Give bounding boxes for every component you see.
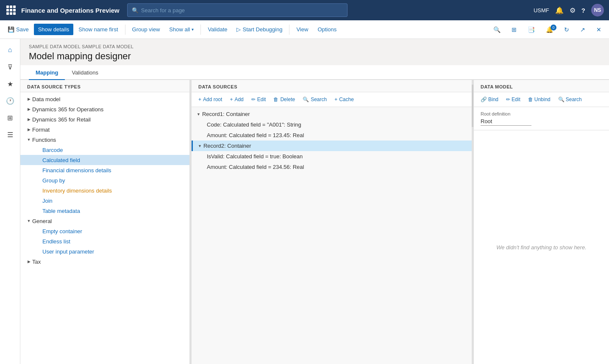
options-button[interactable]: Options [313,24,341,35]
dst-item-dynamics-ops[interactable]: ▶ Dynamics 365 for Operations [20,104,189,114]
dst-item-empty-container[interactable]: ▶ Empty container [20,226,189,236]
ds-search-button[interactable]: 🔍 Search [299,95,330,104]
dst-item-financial-dims[interactable]: ▶ Financial dimensions details [20,165,189,175]
search-icon: 🔍 [132,7,139,14]
dm-bind-button[interactable]: 🔗 Bind [477,95,502,104]
expand-general-icon: ▼ [25,218,32,224]
separator-3 [289,25,289,35]
main-toolbar: 💾 Save Show details Show name first Grou… [0,20,609,39]
dst-item-table-metadata[interactable]: ▶ Table metadata [20,206,189,216]
open-new-tab-button[interactable]: ↗ [576,24,590,36]
page-title: Model mapping designer [20,49,609,65]
show-all-button[interactable]: Show all ▾ [165,24,198,35]
bookmark-button[interactable]: 📑 [523,24,539,36]
dst-item-group-by[interactable]: ▶ Group by [20,175,189,185]
ds-label-record2: Record2: Container [203,143,251,149]
dm-search-button[interactable]: 🔍 Search [555,95,585,104]
ds-item-record2-amount[interactable]: Amount: Calculated field = 234.56: Real [192,162,472,172]
sidebar-home-icon[interactable]: ⌂ [3,42,18,58]
dm-root-definition-label: Root definition [481,111,602,116]
dm-panel: DATA MODEL 🔗 Bind ✏ Edit 🗑 Unbind [473,80,609,364]
ds-label-record2-isvalid: IsValid: Calculated field = true: Boolea… [207,153,303,160]
filter-button[interactable]: 🔍 [489,24,505,36]
dst-item-data-model[interactable]: ▶ Data model [20,94,189,104]
refresh-button[interactable]: ↻ [560,24,573,36]
show-all-chevron-icon: ▾ [192,27,194,32]
dst-panel: DATA SOURCE TYPES ▶ Data model ▶ Dynamic… [20,80,190,364]
waffle-menu-button[interactable] [5,4,17,16]
expand-dynamics-retail-icon: ▶ [25,116,32,123]
dm-empty-message: We didn't find anything to show here. [474,130,609,364]
dst-label-table-metadata: Table metadata [42,208,80,214]
dm-unbind-icon: 🗑 [528,97,533,102]
global-search-bar[interactable]: 🔍 [127,3,348,17]
ds-item-record2-isvalid[interactable]: IsValid: Calculated field = true: Boolea… [192,151,472,162]
dst-item-calculated-field[interactable]: ▶ Calculated field [20,155,189,165]
ds-edit-button[interactable]: ✏ Edit [248,95,270,104]
dst-label-tax: Tax [32,259,41,265]
dm-panel-header: DATA MODEL [474,80,609,92]
dst-label-functions: Functions [32,137,56,143]
dm-toolbar: 🔗 Bind ✏ Edit 🗑 Unbind 🔍 Search [474,92,609,107]
dst-item-format[interactable]: ▶ Format [20,124,189,135]
show-details-button[interactable]: Show details [34,24,74,35]
ds-cache-button[interactable]: + Cache [331,95,357,104]
show-name-first-button[interactable]: Show name first [74,24,122,35]
ds-cache-icon: + [334,97,337,102]
dst-item-user-input[interactable]: ▶ User input parameter [20,246,189,256]
ds-item-record1-code[interactable]: Code: Calculated field = "A001": String [192,119,472,130]
sidebar-clock-icon[interactable]: 🕐 [3,93,18,108]
ds-panel-header: DATA SOURCES [192,80,472,92]
ds-delete-button[interactable]: 🗑 Delete [270,95,298,104]
dm-unbind-button[interactable]: 🗑 Unbind [525,95,554,104]
grid-icon-button[interactable]: ⊞ [507,24,521,36]
dst-item-general[interactable]: ▼ General [20,216,189,226]
dst-item-inventory-dims[interactable]: ▶ Inventory dimensions details [20,185,189,196]
sidebar-grid-icon[interactable]: ⊞ [3,110,18,125]
dst-item-join[interactable]: ▶ Join [20,196,189,206]
dst-item-tax[interactable]: ▶ Tax [20,256,189,267]
ds-add-button[interactable]: + Add [226,95,247,104]
validate-button[interactable]: Validate [203,24,231,35]
sidebar-filter-icon[interactable]: ⊽ [3,59,18,74]
sidebar-star-icon[interactable]: ★ [3,76,18,91]
main-layout: ⌂ ⊽ ★ 🕐 ⊞ ☰ SAMPLE DATA MODEL SAMPLE DAT… [0,39,609,364]
avatar[interactable]: NS [591,4,604,17]
view-button[interactable]: View [292,24,312,35]
ds-item-record1-amount[interactable]: Amount: Calculated field = 123.45: Real [192,130,472,141]
dst-label-financial-dims: Financial dimensions details [42,167,111,174]
dst-label-data-model: Data model [32,96,60,102]
dst-label-empty-container: Empty container [42,228,82,234]
notification-icon[interactable]: 🔔 [555,6,564,14]
ds-add-root-button[interactable]: + Add root [195,95,225,104]
notification-count-badge: 0 [551,25,556,30]
ds-item-record2[interactable]: ▼ Record2: Container [192,141,472,151]
tab-validations[interactable]: Validations [65,65,105,80]
app-title: Finance and Operations Preview [21,7,120,14]
dst-item-dynamics-retail[interactable]: ▶ Dynamics 365 for Retail [20,114,189,124]
dm-search-icon: 🔍 [558,97,565,102]
dst-panel-header: DATA SOURCE TYPES [20,80,189,92]
start-debugging-button[interactable]: ▷ Start Debugging [232,24,286,35]
dst-item-functions[interactable]: ▼ Functions [20,135,189,145]
dst-label-user-input: User input parameter [42,248,94,255]
close-button[interactable]: ✕ [592,24,606,36]
global-search-input[interactable] [141,7,343,14]
help-icon[interactable]: ? [581,7,585,14]
split-pane: DATA SOURCE TYPES ▶ Data model ▶ Dynamic… [20,80,609,364]
dm-root-value: Root [481,118,531,126]
tab-mapping[interactable]: Mapping [29,65,65,80]
dm-edit-button[interactable]: ✏ Edit [503,95,524,104]
dst-item-endless-list[interactable]: ▶ Endless list [20,236,189,246]
sidebar-list-icon[interactable]: ☰ [3,127,18,142]
dst-label-barcode: Barcode [42,147,63,153]
ds-item-record1[interactable]: ▼ Record1: Container [192,109,472,119]
group-view-button[interactable]: Group view [128,24,164,35]
dst-label-inventory-dims: Inventory dimensions details [42,188,112,194]
ds-tree: ▼ Record1: Container Code: Calculated fi… [192,107,472,364]
ds-toolbar: + Add root + Add ✏ Edit 🗑 Delete [192,92,472,107]
save-icon: 💾 [8,26,14,33]
save-button[interactable]: 💾 Save [3,24,33,35]
settings-icon[interactable]: ⚙ [570,6,576,14]
dst-item-barcode[interactable]: ▶ Barcode [20,145,189,155]
